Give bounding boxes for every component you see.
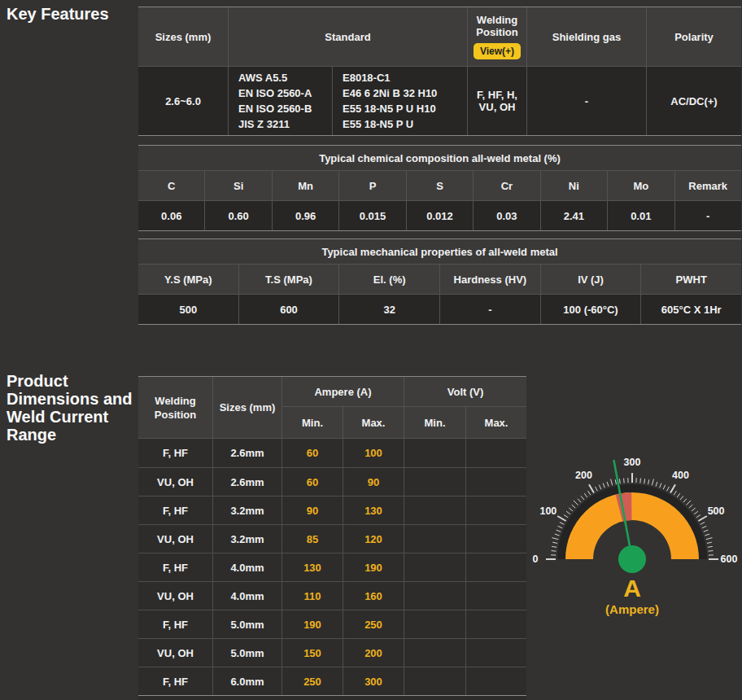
gauge-tick: [596, 487, 598, 491]
cell-position: VU, OH: [138, 582, 212, 610]
cell-shielding-gas: -: [526, 67, 646, 135]
current-range-row: VU, OH2.6mm6090: [138, 467, 526, 496]
gauge-tick-label: 600: [721, 553, 738, 565]
cell-amp-max: 120: [343, 525, 404, 553]
cell-volt-max: [465, 667, 526, 695]
cell-amp-max: 300: [343, 667, 404, 695]
section-title-product-dimensions: Product Dimensions and Weld Current Rang…: [7, 372, 142, 444]
cell-amp-min: 90: [282, 497, 343, 524]
cell-volt-min: [404, 667, 465, 695]
cell-size: 4.0mm: [212, 582, 282, 610]
mechanical-value-cell: 100 (-60°C): [540, 295, 641, 324]
gauge-tick: [581, 496, 584, 500]
cell-amp-max: 190: [343, 553, 404, 581]
current-range-row: VU, OH4.0mm110160: [138, 581, 526, 610]
gauge-tick: [615, 479, 616, 484]
header-polarity: Polarity: [646, 7, 741, 66]
cell-welding-position: F, HF, H, VU, OH: [467, 67, 526, 135]
header-standard: Standard: [228, 7, 467, 66]
cell-amp-min: 150: [282, 639, 343, 667]
chemical-header-cell: Ni: [540, 171, 607, 200]
cell-position: F, HF: [138, 553, 212, 581]
gauge-tick: [552, 542, 557, 543]
gauge-tick: [607, 482, 609, 487]
gauge-tick: [694, 511, 698, 514]
gauge-tick: [552, 538, 558, 540]
gauge-tick: [677, 493, 680, 497]
ampere-gauge: 0100200300400500600A(Ampere): [527, 444, 742, 623]
gauge-tick: [555, 534, 560, 536]
current-range-row: F, HF2.6mm60100: [138, 439, 526, 467]
gauge-tick: [704, 530, 709, 532]
gauge-tick: [648, 479, 649, 484]
gauge-tick: [686, 501, 691, 505]
current-range-partial-row: [138, 695, 526, 700]
cell-amp-min: 110: [282, 582, 343, 610]
mechanical-value-cell: 605°C X 1Hr: [640, 295, 741, 324]
mechanical-table: Typical mechanical properties of all-wel…: [138, 238, 741, 325]
gauge-tick: [584, 493, 587, 497]
header-volt-min: Min.: [404, 407, 465, 438]
standard-name-line: EN ISO 2560-B: [238, 101, 312, 116]
view-plus-button[interactable]: View(+): [474, 43, 521, 59]
gauge-tick-label: 100: [539, 505, 556, 517]
gauge-tick: [680, 496, 683, 500]
cell-position: F, HF: [138, 439, 212, 467]
gauge-tick: [574, 501, 578, 505]
gauge-tick: [706, 538, 713, 540]
cell-size: 2.6mm: [212, 439, 282, 467]
cell-volt-max: [465, 639, 526, 667]
cell-polarity: AC/DC(+): [646, 67, 741, 135]
chemical-header-cell: Mo: [607, 171, 674, 200]
cell-position: VU, OH: [138, 525, 212, 553]
cell-amp-max: 90: [343, 468, 404, 496]
cell-amp-max: 250: [343, 610, 404, 638]
gauge-tick: [552, 551, 556, 552]
header-ampere-min: Min.: [282, 407, 343, 438]
gauge-tick: [619, 479, 620, 483]
cell-amp-min: 190: [282, 610, 343, 638]
spec-table: Sizes (mm) Standard Welding Position Vie…: [138, 7, 741, 136]
mechanical-value-cell: -: [439, 295, 540, 324]
cell-size: 5.0mm: [212, 639, 282, 667]
chemical-value-cell: 0.96: [272, 201, 338, 230]
cell-size: 5.0mm: [212, 610, 282, 638]
gauge-tick: [656, 482, 657, 487]
gauge-tick: [569, 508, 573, 511]
gauge-tick-label: 500: [708, 505, 725, 517]
gauge-tick-label: 200: [575, 470, 592, 481]
chemical-value-cell: -: [674, 201, 741, 230]
mechanical-table-values: 50060032-100 (-60°C)605°C X 1Hr: [138, 295, 741, 324]
gauge-tick-label: 0: [533, 553, 539, 565]
chemical-header-cell: Cr: [473, 171, 539, 200]
standard-code-line: E46 6 2Ni B 32 H10: [343, 85, 437, 101]
welding-position-label: Welding Position: [471, 14, 523, 38]
cell-volt-min: [404, 525, 465, 553]
current-range-row: F, HF3.2mm90130: [138, 496, 526, 524]
header-sizes: Sizes (mm): [212, 377, 282, 438]
cell-amp-min: 85: [282, 525, 343, 553]
standard-name-line: JIS Z 3211: [238, 116, 290, 132]
chemical-value-cell: 2.41: [540, 201, 607, 230]
cell-volt-max: [465, 610, 526, 638]
mechanical-header-cell: El. (%): [338, 265, 439, 294]
cell-size: 2.6mm: [212, 468, 282, 496]
cell-size: 3.2mm: [212, 525, 282, 553]
cell-volt-max: [465, 553, 526, 581]
page: Key Features Product Dimensions and Weld…: [0, 0, 742, 700]
chemical-table-header: CSiMnPSCrNiMoRemark: [138, 171, 741, 201]
gauge-tick: [572, 505, 575, 508]
chemical-value-cell: 0.60: [204, 201, 271, 230]
chemical-table-values: 0.060.600.960.0150.0120.032.410.01-: [138, 201, 741, 230]
header-shielding-gas: Shielding gas: [526, 7, 646, 66]
mechanical-header-cell: Y.S (MPa): [138, 265, 238, 294]
mechanical-value-cell: 32: [338, 295, 439, 324]
gauge-tick: [640, 479, 641, 483]
gauge-tick: [624, 479, 625, 483]
mechanical-table-title: Typical mechanical properties of all-wel…: [138, 239, 741, 265]
current-range-rows: F, HF2.6mm60100VU, OH2.6mm6090F, HF3.2mm…: [138, 439, 526, 695]
mechanical-header-cell: IV (J): [540, 265, 641, 294]
cell-size: 4.0mm: [212, 553, 282, 581]
gauge-tick: [578, 499, 581, 502]
cell-volt-max: [465, 525, 526, 553]
